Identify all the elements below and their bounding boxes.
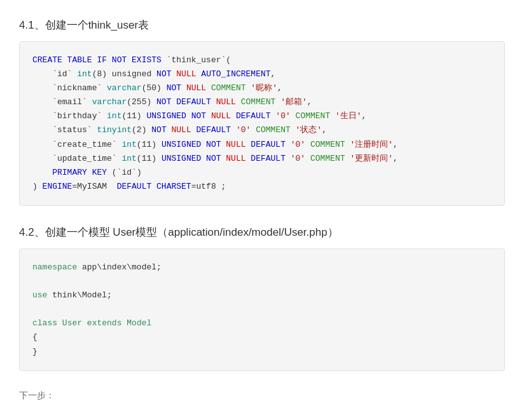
sql-code-block: CREATE TABLE IF NOT EXISTS `think_user`(… [19, 41, 505, 206]
php-code-block: namespace app\index\model; use think\Mod… [19, 248, 505, 371]
section-41-title: 4.1、创建一个think_user表 [19, 18, 505, 32]
bottom-note: 下一步： [19, 390, 505, 402]
section-42: 4.2、创建一个模型 User模型（application/index/mode… [19, 225, 505, 371]
section-42-title: 4.2、创建一个模型 User模型（application/index/mode… [19, 225, 505, 240]
section-41: 4.1、创建一个think_user表 CREATE TABLE IF NOT … [19, 18, 505, 206]
